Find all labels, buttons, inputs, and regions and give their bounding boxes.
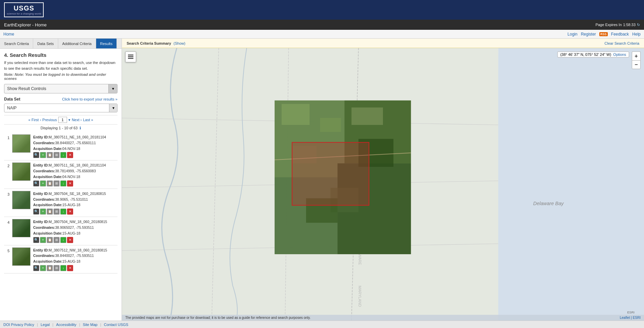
map-container[interactable]: DELAWARE MARYLAND DELAWARE MARYLAND <box>122 48 644 321</box>
header: USGS science for a changing world <box>0 0 644 20</box>
entity-id-label: Entity ID: <box>33 163 49 167</box>
rss-badge[interactable]: RSS <box>599 32 608 36</box>
search-summary-bar: Search Criteria Summary (Show) Clear Sea… <box>122 39 644 48</box>
refresh-icon[interactable]: ↻ <box>637 23 640 27</box>
accessibility-link[interactable]: Accessibility <box>56 323 77 327</box>
exclude-btn[interactable]: ✕ <box>67 209 73 215</box>
first-page-link[interactable]: « First <box>28 118 39 122</box>
sitemap-link[interactable]: Site Map <box>83 323 97 327</box>
clear-search-link[interactable]: Clear Search Criteria <box>604 41 639 45</box>
export-results-link[interactable]: Click here to export your results » <box>62 97 117 101</box>
metadata-btn[interactable]: 📋 <box>47 180 53 187</box>
pagination: « First ‹ Previous ▾ Next › Last » <box>4 115 117 125</box>
metadata-btn[interactable]: 📋 <box>47 152 53 158</box>
last-page-link[interactable]: Last » <box>83 118 93 122</box>
metadata-btn[interactable]: 📋 <box>47 209 53 215</box>
left-panel: Search Criteria Data Sets Additional Cri… <box>0 39 122 321</box>
contact-link[interactable]: Contact USGS <box>104 323 128 327</box>
tab-data-sets[interactable]: Data Sets <box>33 39 58 48</box>
coordinates-value: 38.8440027, -75.593511 <box>55 254 94 258</box>
zoom-controls: + − <box>632 51 641 69</box>
nav-register-link[interactable]: Register <box>581 32 596 37</box>
tab-results[interactable]: Results <box>96 39 117 48</box>
result-actions: 🔍 + 📋 ⊞ ↓ ✕ <box>33 265 117 271</box>
search-summary-left: Search Criteria Summary (Show) <box>127 41 185 45</box>
entity-id-label: Entity ID: <box>33 192 49 196</box>
footprint-btn[interactable]: 🔍 <box>33 180 39 187</box>
compare-btn[interactable]: ⊞ <box>53 180 60 187</box>
acq-date-value: 04-NOV-18 <box>62 147 80 151</box>
prev-page-link[interactable]: ‹ Previous <box>40 118 57 122</box>
compare-btn[interactable]: ⊞ <box>53 265 60 271</box>
acq-date-label: Acquisition Date: <box>33 175 62 179</box>
result-thumbnail[interactable] <box>12 134 30 153</box>
exclude-btn[interactable]: ✕ <box>67 152 73 158</box>
show-summary-link[interactable]: (Show) <box>174 41 186 45</box>
doi-privacy-link[interactable]: DOI Privacy Policy <box>3 323 34 327</box>
dataset-select[interactable]: NAIP ▾ <box>4 104 117 112</box>
nav-login-link[interactable]: Login <box>567 32 577 37</box>
download-btn[interactable]: ↓ <box>60 180 66 187</box>
esri-credit: | ESRI <box>631 316 641 320</box>
footprint-btn[interactable]: 🔍 <box>33 237 39 243</box>
add-order-btn[interactable]: + <box>40 237 46 243</box>
add-order-btn[interactable]: + <box>40 180 46 187</box>
metadata-btn[interactable]: 📋 <box>47 265 53 271</box>
entity-id-value: M_3807504_SE_18_060_20180815 <box>49 192 106 196</box>
next-page-link[interactable]: Next › <box>72 118 82 122</box>
download-btn[interactable]: ↓ <box>60 209 66 215</box>
result-info: Entity ID:M_3807504_SE_18_060_20180815 C… <box>33 191 117 215</box>
zoom-out-button[interactable]: − <box>632 60 641 69</box>
acq-date-label: Acquisition Date: <box>33 231 62 235</box>
exclude-btn[interactable]: ✕ <box>67 237 73 243</box>
show-result-controls-dropdown[interactable]: Show Result Controls ▾ <box>4 84 117 93</box>
entity-id-label: Entity ID: <box>33 220 49 224</box>
nav-feedback-link[interactable]: Feedback <box>611 32 629 37</box>
footprint-btn[interactable]: 🔍 <box>33 209 39 215</box>
result-thumbnail[interactable] <box>12 219 30 237</box>
result-actions: 🔍 + 📋 ⊞ ↓ ✕ <box>33 152 117 158</box>
svg-rect-29 <box>128 56 133 57</box>
result-thumbnail[interactable] <box>12 162 30 181</box>
svg-text:Delaware Bay: Delaware Bay <box>533 201 564 206</box>
tab-additional-criteria[interactable]: Additional Criteria <box>58 39 96 48</box>
logo-area: USGS science for a changing world <box>4 2 46 17</box>
download-btn[interactable]: ↓ <box>60 152 66 158</box>
options-button[interactable]: Options <box>613 52 626 57</box>
results-list: 1 Entity ID:M_3807511_NE_18_060_20181104… <box>4 132 117 274</box>
entity-id-value: M_3807511_SE_18_060_20181104 <box>49 163 106 167</box>
leaflet-credit[interactable]: Leaflet <box>620 316 630 320</box>
map-area: Search Criteria Summary (Show) Clear Sea… <box>122 39 644 321</box>
svg-rect-18 <box>320 118 341 132</box>
panel-content: 4. Search Results If you selected more t… <box>0 49 122 321</box>
download-btn[interactable]: ↓ <box>60 237 66 243</box>
compare-btn[interactable]: ⊞ <box>53 237 60 243</box>
svg-text:ESRI: ESRI <box>627 311 635 314</box>
result-thumbnail[interactable] <box>12 191 30 209</box>
result-info: Entity ID:M_3807511_NE_18_060_20181104 C… <box>33 134 117 158</box>
nav-home-link[interactable]: Home <box>3 32 14 37</box>
coordinates-label: Coordinates: <box>33 141 55 145</box>
page-number-input[interactable] <box>58 117 67 123</box>
footprint-btn[interactable]: 🔍 <box>33 152 39 158</box>
exclude-btn[interactable]: ✕ <box>67 180 73 187</box>
map-layers-button[interactable] <box>125 51 136 62</box>
add-order-btn[interactable]: + <box>40 265 46 271</box>
zoom-in-button[interactable]: + <box>632 51 641 60</box>
tab-search-criteria[interactable]: Search Criteria <box>0 39 33 48</box>
add-order-btn[interactable]: + <box>40 209 46 215</box>
footprint-btn[interactable]: 🔍 <box>33 265 39 271</box>
metadata-btn[interactable]: 📋 <box>47 237 53 243</box>
exclude-btn[interactable]: ✕ <box>67 265 73 271</box>
compare-btn[interactable]: ⊞ <box>53 152 60 158</box>
add-order-btn[interactable]: + <box>40 152 46 158</box>
download-btn[interactable]: ↓ <box>60 265 66 271</box>
result-thumbnail[interactable] <box>12 247 30 266</box>
compare-btn[interactable]: ⊞ <box>53 209 60 215</box>
main-layout: Search Criteria Data Sets Additional Cri… <box>0 39 644 321</box>
legal-link[interactable]: Legal <box>41 323 50 327</box>
nav-left: Home <box>3 32 14 37</box>
result-number: 2 <box>5 162 9 168</box>
panel-title: 4. Search Results <box>4 52 117 58</box>
nav-help-link[interactable]: Help <box>632 32 641 37</box>
